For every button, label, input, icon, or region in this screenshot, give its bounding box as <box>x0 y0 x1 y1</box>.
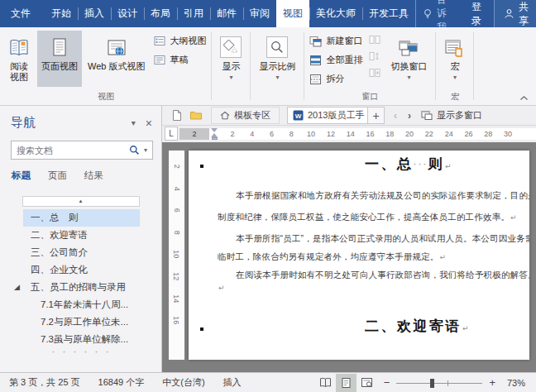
lightbulb-icon <box>423 8 433 19</box>
tab-results[interactable]: 结果 <box>84 170 103 182</box>
tab-active-document[interactable]: W 2013版员工手 <box>287 107 368 124</box>
nav-heading-item[interactable]: ◢五、员工的招聘与录用 <box>23 279 140 296</box>
ribbon-tab[interactable]: 开发工具 <box>362 0 415 27</box>
ribbon-tab[interactable]: 美化大师 <box>309 0 362 27</box>
new-window-button[interactable]: 新建窗口 <box>309 35 362 47</box>
collapse-triangle-icon[interactable]: ◢ <box>14 279 20 296</box>
word-count[interactable]: 16849 个字 <box>89 376 154 389</box>
switch-windows-button[interactable]: 切换窗口 ▾ <box>385 31 433 81</box>
horizontal-ruler[interactable]: 2 24681012141618202224262830 <box>179 128 536 140</box>
outline-view-button[interactable]: 大纲视图 <box>154 35 206 47</box>
ribbon-tab[interactable]: 插入 <box>78 0 111 27</box>
multi-window-icon <box>421 110 433 121</box>
ruler-number: 4 <box>165 186 188 190</box>
ribbon-tab[interactable]: 审阅 <box>243 0 276 27</box>
scroll-up-button[interactable]: ▲ <box>22 196 140 207</box>
headings-list: 一、总 则 二、欢迎寄语 三、公司简介 四、企业文化 ◢五、员工的招聘与录用 7… <box>0 209 161 353</box>
vertical-ruler[interactable]: 246810121416 <box>169 151 184 360</box>
next-tab-arrow[interactable]: › <box>408 110 411 122</box>
ruler-number: 16 <box>165 316 188 324</box>
nav-heading-item[interactable]: 三、公司简介 <box>23 244 140 261</box>
split-button[interactable]: 拆分 <box>309 73 362 85</box>
ruler-number: 30 <box>498 130 518 138</box>
new-tab-button[interactable]: + <box>367 107 385 124</box>
search-input[interactable] <box>12 146 124 155</box>
body-text-line: 在阅读本手册时如有不明之处可向人事行政部咨询，我们将给予积极的解答。 <box>236 270 529 281</box>
tab-pages[interactable]: 页面 <box>48 170 67 182</box>
read-mode-view-button[interactable] <box>315 374 336 392</box>
body-text-line: 临时工，除依合约另有规定者外，均应遵守本手册规定。↵ <box>218 251 446 263</box>
close-icon[interactable]: × <box>146 117 152 130</box>
new-document-button[interactable] <box>167 108 185 124</box>
zoom-percentage[interactable]: 73% <box>502 378 536 388</box>
ribbon-tab[interactable]: 设计 <box>111 0 144 27</box>
paragraph-mark: ↵ <box>462 324 469 332</box>
views-group: 阅读视图 页面视图 Web 版式视图 大纲视图 <box>2 29 210 105</box>
tab-stop-selector[interactable]: L <box>165 127 178 141</box>
nav-heading-item[interactable]: 7.3虽与原单位解除... <box>23 331 140 348</box>
nav-heading-item-clipped[interactable]: · · · · · · <box>23 348 140 353</box>
nav-heading-item[interactable]: 7.2与原工作单位未... <box>23 313 140 331</box>
zoom-slider[interactable] <box>396 374 482 392</box>
ribbon-tab[interactable]: 视图 <box>276 0 309 27</box>
split-label: 拆分 <box>326 73 344 85</box>
search-icon[interactable] <box>129 145 140 155</box>
show-menu-button[interactable]: 显示 ▾ <box>214 31 247 103</box>
left-indent-marker[interactable] <box>212 137 218 140</box>
web-layout-icon <box>106 35 127 61</box>
web-layout-label: Web 版式视图 <box>88 61 145 72</box>
macros-icon <box>444 36 465 61</box>
macros-button[interactable]: 宏 ▾ <box>438 31 471 81</box>
navigation-pane: 导航 ▾ × ▾ 标题 页面 结果 ▲ 一、总 则 二、欢迎寄语 三、公司简介 … <box>0 106 162 372</box>
window-group: 新建窗口 全部重排 拆分 切换窗口 <box>305 29 434 105</box>
navigation-tabs: 标题 页面 结果 <box>0 160 161 189</box>
tab-template-zone[interactable]: 模板专区 <box>211 107 280 124</box>
ribbon-tab[interactable]: 引用 <box>177 0 210 27</box>
open-folder-button[interactable] <box>187 108 205 124</box>
ruler-number: 20 <box>400 130 419 138</box>
ribbon-tab[interactable]: 开始 <box>45 0 78 27</box>
page-indicator[interactable]: 第 3 页，共 25 页 <box>0 376 89 389</box>
print-layout-view-button[interactable] <box>336 374 357 392</box>
reset-window-position-icon <box>369 68 380 78</box>
heading-anchor-mark <box>200 327 203 331</box>
ruler-number: 14 <box>165 294 188 303</box>
draft-view-button[interactable]: 草稿 <box>154 54 206 66</box>
ribbon-tab[interactable]: 邮件 <box>210 0 243 27</box>
ribbon-tab[interactable]: 文件 <box>0 0 41 27</box>
first-line-indent-marker[interactable] <box>211 128 218 132</box>
document-page[interactable]: 一、总···则↵ 本手册根据国家和地方政府有关劳动法规及公司的实际运作要求制定，… <box>189 151 529 360</box>
print-layout-button[interactable]: 页面视图 <box>37 31 82 87</box>
zoom-slider-center-tick <box>447 380 448 386</box>
tab-headings[interactable]: 标题 <box>12 170 31 182</box>
web-layout-button[interactable]: Web 版式视图 <box>84 31 149 87</box>
prev-tab-arrow[interactable]: ‹ <box>394 110 397 122</box>
insert-mode-indicator[interactable]: 插入 <box>214 376 251 389</box>
zoom-out-button[interactable]: − <box>377 376 397 389</box>
title-bar: 文件开始插入设计布局引用邮件审阅视图美化大师开发工具 告诉我... 登录 共享 <box>0 0 536 27</box>
arrange-all-button[interactable]: 全部重排 <box>309 54 362 66</box>
nav-heading-item[interactable]: 二、欢迎寄语 <box>23 227 140 244</box>
language-indicator[interactable]: 中文(台湾) <box>153 376 213 389</box>
nav-heading-item[interactable]: 一、总 则 <box>23 209 140 227</box>
ruler-number: 8 <box>281 130 301 138</box>
ruler-number: 12 <box>165 272 188 280</box>
group-separator <box>473 32 474 100</box>
switch-windows-label: 切换窗口 <box>390 61 427 72</box>
nav-heading-item[interactable]: 7.1年龄未满十八周... <box>23 296 140 313</box>
nav-pane-options-dropdown[interactable]: ▾ <box>132 118 136 127</box>
sign-in-button[interactable]: 登录 <box>462 0 491 28</box>
zoom-slider-thumb[interactable] <box>430 379 434 388</box>
show-multi-window-button[interactable]: 显示多窗口 <box>421 109 482 122</box>
ribbon-tab[interactable]: 布局 <box>144 0 177 27</box>
zoom-menu-button[interactable]: 显示比例 ▾ <box>253 31 301 103</box>
print-layout-icon <box>51 35 68 61</box>
web-layout-view-button[interactable] <box>357 374 377 392</box>
read-view-button[interactable]: 阅读视图 <box>2 31 36 87</box>
nav-heading-item[interactable]: 四、企业文化 <box>23 261 140 279</box>
collapse-ribbon-button[interactable] <box>519 95 529 101</box>
ruler-number: 10 <box>301 130 321 138</box>
search-options-dropdown[interactable]: ▾ <box>144 147 147 154</box>
draft-view-icon <box>154 55 165 65</box>
zoom-in-button[interactable]: + <box>482 376 502 389</box>
